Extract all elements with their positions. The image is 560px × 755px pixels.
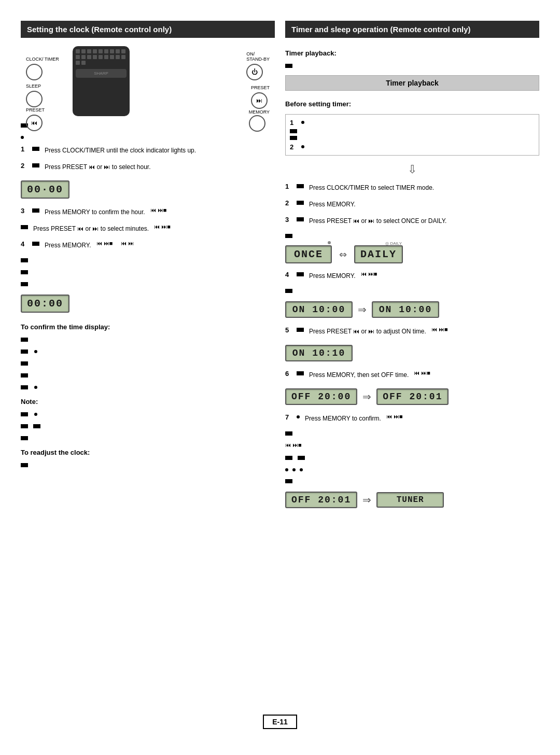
rbtn [81, 49, 86, 53]
r-step7-sub2-row: ⏮ ⏭■ [285, 442, 539, 448]
step1-num: 1 [21, 145, 29, 153]
memory-area: MEMORY [249, 107, 270, 132]
r-step6-rect [297, 371, 304, 375]
intro-dot1 [21, 136, 24, 139]
remote-body: SHARP [73, 46, 130, 116]
r-step4-lcd-row: ON 10:00 ⇒ ON 10:00 [285, 301, 539, 318]
step3-rect [32, 208, 39, 213]
r-step4-text: Press MEMORY. [309, 271, 356, 281]
rbtn [93, 49, 97, 53]
preset-left-area: PRESET ⏮ [26, 107, 45, 131]
note2-row [21, 423, 275, 428]
lcd-once: ONCE [285, 245, 332, 263]
remote-display: SHARP [76, 69, 127, 78]
r-step2-row: 2 Press MEMORY. [285, 199, 539, 209]
once-display-wrapper: ONCE [285, 245, 332, 263]
preset-left-btn: ⏮ [26, 115, 43, 131]
arrow-right-2: ⇒ [362, 390, 371, 403]
r-step7-lcd-row: OFF 20:01 ⇒ TUNER [285, 492, 539, 508]
note1-dot [34, 413, 37, 416]
r-step7-sub3-rect1 [285, 456, 292, 460]
lcd-display-1: 00·00 [21, 180, 69, 199]
left-labels: CLOCK/ TIMER [26, 57, 59, 80]
confirm-rect4 [21, 373, 28, 378]
r-step3-row: 3 Press PRESET ⏮ or ⏭ to select ONCE or … [285, 216, 539, 226]
r-step4-row: 4 Press MEMORY. ⏮ ⏭■ [285, 271, 539, 281]
memory-btn [249, 115, 265, 132]
step4-sub1-rect [21, 258, 28, 262]
rbtn [110, 49, 114, 53]
r-step7-sub3-rect2 [298, 456, 305, 460]
lcd-display-2: 00:00 [21, 295, 69, 313]
lcd-on1: ON 10:00 [285, 301, 353, 318]
r-step7-sub4-row [285, 466, 539, 471]
remote-diagram: CLOCK/ TIMER SLEEP PRESET ⏮ [21, 46, 275, 114]
r-step7-sub3-row [285, 454, 539, 460]
step4-extra-btns: ⏮ ⏭ [121, 240, 134, 246]
r-step3-sub-row [285, 232, 539, 238]
sleep-label-area: SLEEP [26, 83, 43, 107]
page-number: E-11 [263, 715, 297, 729]
rbtn [81, 55, 86, 59]
rbtn [121, 55, 125, 59]
r-step7-sub1-rect [285, 431, 292, 436]
daily-display-wrapper: ◎ DAILY DAILY [354, 245, 403, 263]
before-step1-rect2 [290, 136, 297, 140]
sleep-label: SLEEP [26, 83, 43, 89]
rbtn [87, 49, 91, 53]
step1-rect [32, 147, 39, 151]
step3-btns: ⏮ ⏭■ [150, 207, 167, 213]
double-arrow-1: ⇔ [339, 249, 347, 260]
r-step7-sub5-row [285, 478, 539, 483]
timer-rect [285, 64, 292, 68]
r-step6-text: Press MEMORY, then set OFF time. [309, 370, 409, 380]
rbtn [104, 55, 108, 59]
r-step7-row: 7 Press MEMORY to confirm. ⏮ ⏭■ [285, 413, 539, 424]
intro-bullet-row [21, 122, 275, 128]
note-label: Note: [21, 398, 275, 406]
on-standby-label: ON/STAND-BY [246, 51, 270, 62]
step3-sub-text: Press PRESET ⏮ or ⏭ to select minutes. [33, 224, 149, 233]
once-daily-displays: ONCE ⇔ ◎ DAILY DAILY [285, 245, 539, 263]
page-container: Setting the clock (Remote control only) … [0, 0, 560, 755]
lcd-daily: DAILY [354, 245, 403, 263]
r-step5-lcd-row: ON 10:10 [285, 345, 539, 361]
clock-timer-btn [26, 64, 43, 80]
r-step2-text: Press MEMORY. [309, 200, 356, 209]
timer-playback-main-label: Timer playback: [285, 49, 539, 57]
lcd-off1: OFF 20:00 [285, 388, 357, 405]
on-standby-area: ON/STAND-BY ⏻ [246, 51, 270, 80]
step2-text: Press PRESET ⏮ or ⏭ to select hour. [45, 162, 151, 172]
arrow-right-1: ⇒ [358, 303, 367, 316]
r-step5-text: Press PRESET ⏮ or ⏭ to adjust ON time. [309, 327, 426, 336]
confirm-rect1 [21, 338, 28, 342]
rbtn [99, 49, 103, 53]
step4-sub3-row [21, 281, 275, 286]
confirm-b5-row [21, 384, 275, 389]
confirm-rect3 [21, 361, 28, 366]
left-section-title: Setting the clock (Remote control only) [21, 21, 275, 38]
page-footer: E-11 [21, 709, 539, 734]
r-step7-btns: ⏮ ⏭■ [386, 413, 403, 420]
readjust1-row [21, 462, 275, 467]
confirm-label: To confirm the time display: [21, 323, 275, 331]
before-step2-num: 2 [290, 143, 298, 151]
r-step1-row: 1 Press CLOCK/TIMER to select TIMER mode… [285, 183, 539, 193]
before-setting-label: Before setting timer: [285, 100, 539, 108]
confirm-b1-row [21, 336, 275, 342]
before-step1-b2-row [290, 128, 535, 133]
lcd-on3: ON 10:10 [285, 345, 353, 361]
timer-bullet-row [285, 62, 539, 68]
r-step7-sub1-row [285, 430, 539, 436]
r-step1-text: Press CLOCK/TIMER to select TIMER mode. [309, 183, 434, 192]
confirm-b4-row [21, 372, 275, 378]
r-step4-num: 4 [285, 271, 293, 278]
step3-sub-row: Press PRESET ⏮ or ⏭ to select minutes. ⏮… [21, 223, 275, 234]
left-column: Setting the clock (Remote control only) … [21, 21, 275, 704]
step3-num: 3 [21, 207, 29, 215]
rbtn [104, 49, 108, 53]
r-step2-num: 2 [285, 199, 293, 207]
rbtn [87, 55, 91, 59]
before-step1-rect1 [290, 129, 297, 133]
step2-row: 2 Press PRESET ⏮ or ⏭ to select hour. [21, 162, 275, 172]
